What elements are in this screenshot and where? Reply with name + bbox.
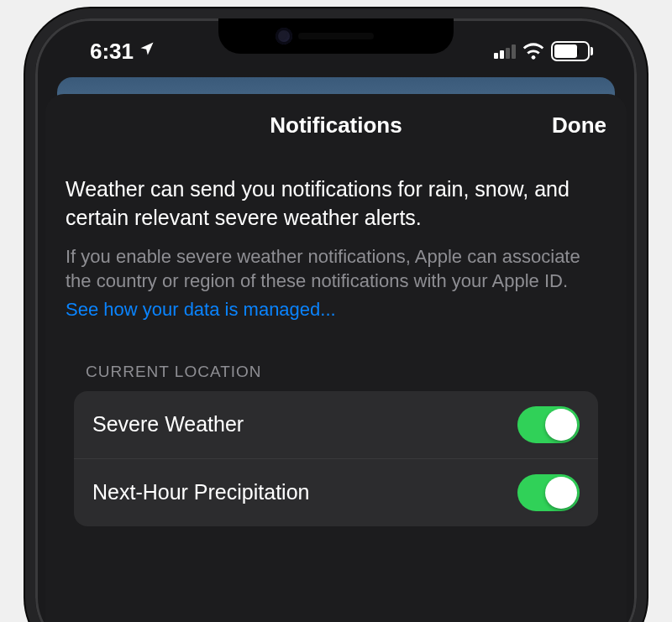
silent-switch: [25, 195, 27, 237]
description-primary: Weather can send you notifications for r…: [66, 175, 606, 233]
battery-indicator: 70: [551, 41, 593, 61]
volume-down-button: [25, 354, 27, 430]
front-camera: [276, 28, 292, 44]
modal-title: Notifications: [270, 112, 402, 139]
setting-row-severe-weather: Severe Weather: [74, 391, 598, 459]
setting-label: Severe Weather: [92, 412, 244, 436]
privacy-link[interactable]: See how your data is managed...: [66, 297, 606, 322]
setting-row-next-hour-precipitation: Next-Hour Precipitation: [74, 459, 598, 526]
description-secondary: If you enable severe weather notificatio…: [66, 244, 606, 294]
toggle-severe-weather[interactable]: [517, 406, 580, 443]
modal-body: Weather can send you notifications for r…: [45, 157, 627, 526]
toggle-knob: [545, 477, 577, 509]
wifi-icon: [522, 43, 544, 60]
status-left: 6:31: [90, 39, 155, 65]
screen-content: Notifications Done Weather can send you …: [42, 77, 630, 622]
toggle-knob: [545, 409, 577, 441]
location-arrow-icon: [139, 37, 155, 63]
phone-frame: 6:31 70: [25, 8, 647, 622]
notifications-modal: Notifications Done Weather can send you …: [45, 94, 627, 622]
status-right: 70: [494, 41, 593, 61]
clock-time: 6:31: [90, 39, 134, 65]
done-button[interactable]: Done: [552, 112, 606, 139]
volume-up-button: [25, 262, 27, 337]
setting-label: Next-Hour Precipitation: [92, 480, 309, 504]
section-header-current-location: CURRENT LOCATION: [86, 363, 606, 381]
toggle-next-hour-precipitation[interactable]: [517, 474, 580, 511]
cellular-signal-icon: [494, 44, 516, 59]
earpiece-speaker: [298, 33, 374, 39]
battery-level: 70: [554, 44, 590, 59]
notch: [218, 18, 454, 54]
modal-header: Notifications Done: [45, 94, 627, 157]
settings-group: Severe Weather Next-Hour Precipitation: [74, 391, 598, 526]
